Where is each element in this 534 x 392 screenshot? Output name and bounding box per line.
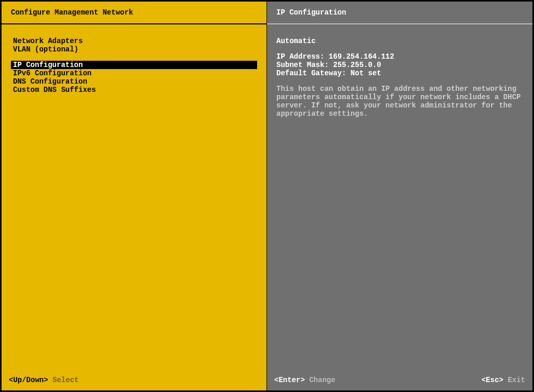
right-panel: IP Configuration Automatic IP Address: 1… — [267, 2, 532, 390]
dcui-screen: Configure Management Network Network Ada… — [0, 0, 534, 392]
hint-updown: <Up/Down> Select — [9, 376, 78, 384]
menu-item-custom-dns-suffixes[interactable]: Custom DNS Suffixes — [11, 86, 257, 94]
mask-value: 255.255.0.0 — [333, 61, 381, 69]
key-esc: <Esc> — [482, 376, 503, 384]
detail-body: Automatic IP Address: 169.254.164.112 Su… — [267, 24, 532, 370]
hint-esc: <Esc> Exit — [482, 376, 525, 384]
network-info-block: IP Address: 169.254.164.112 Subnet Mask:… — [276, 52, 523, 77]
menu-item-vlan[interactable]: VLAN (optional) — [11, 45, 257, 53]
left-panel-title: Configure Management Network — [2, 2, 266, 24]
right-panel-title: IP Configuration — [267, 2, 532, 24]
gw-label: Default Gateway: — [276, 69, 346, 77]
default-gateway-line: Default Gateway: Not set — [276, 69, 523, 77]
gw-value: Not set — [351, 69, 381, 77]
left-title-text: Configure Management Network — [11, 8, 133, 17]
mode-block: Automatic — [276, 37, 523, 45]
menu-item-network-adapters[interactable]: Network Adapters — [11, 37, 257, 45]
menu-list[interactable]: Network Adapters VLAN (optional) IP Conf… — [2, 24, 266, 370]
left-panel: Configure Management Network Network Ada… — [2, 2, 267, 390]
right-footer: <Enter> Change <Esc> Exit — [267, 370, 532, 390]
ip-address-line: IP Address: 169.254.164.112 — [276, 52, 523, 61]
action-change: Change — [309, 376, 335, 384]
key-updown: <Up/Down> — [9, 376, 48, 384]
menu-item-ip-configuration[interactable]: IP Configuration — [11, 61, 257, 69]
menu-group-1: Network Adapters VLAN (optional) — [11, 37, 257, 53]
menu-group-2: IP Configuration IPv6 Configuration DNS … — [11, 61, 257, 94]
action-exit: Exit — [508, 376, 525, 384]
mode-value: Automatic — [276, 37, 523, 45]
left-footer: <Up/Down> Select — [2, 370, 266, 390]
menu-item-dns-configuration[interactable]: DNS Configuration — [11, 77, 257, 86]
action-select: Select — [52, 376, 78, 384]
ip-label: IP Address: — [276, 52, 324, 61]
help-text: This host can obtain an IP address and o… — [276, 85, 523, 118]
menu-item-ipv6-configuration[interactable]: IPv6 Configuration — [11, 69, 257, 77]
ip-value: 169.254.164.112 — [329, 52, 394, 61]
key-enter: <Enter> — [274, 376, 305, 384]
mask-label: Subnet Mask: — [276, 61, 329, 69]
hint-enter: <Enter> Change — [274, 376, 336, 384]
subnet-mask-line: Subnet Mask: 255.255.0.0 — [276, 61, 523, 69]
right-title-text: IP Configuration — [276, 8, 346, 17]
